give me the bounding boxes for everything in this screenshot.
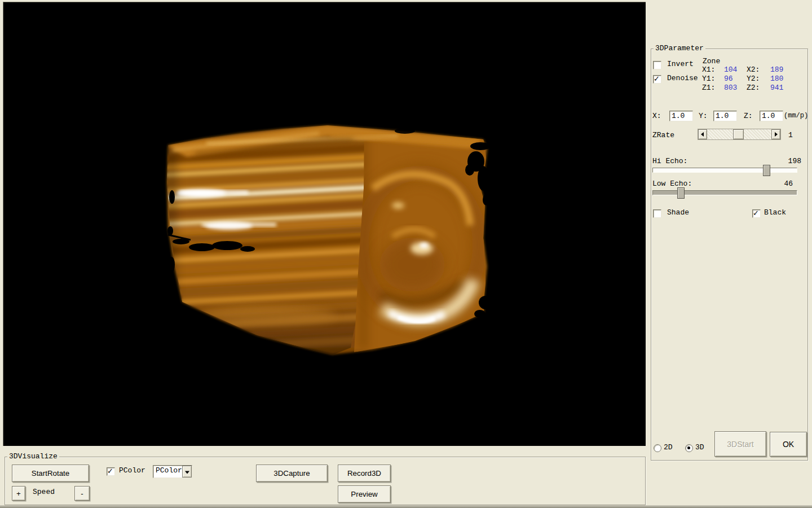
speed-label: Speed [33,488,55,496]
chevron-down-icon [185,471,189,474]
zone-x2-label: X2: [747,66,760,74]
preview-button[interactable]: Preview [338,485,391,503]
window-bottom-edge [0,505,812,508]
scale-z-label: Z: [744,112,753,120]
scale-y-label: Y: [699,112,708,120]
invert-label: Invert [667,60,694,68]
hi-echo-slider-track[interactable] [652,168,797,173]
zrate-value: 1 [788,132,793,139]
pcolor-dropdown-value: PColor [153,466,182,478]
zrate-scroll-left-button[interactable] [698,129,707,139]
left-arrow-icon [701,132,704,137]
mode-3d-radio[interactable] [685,444,693,452]
mode-3d-label: 3D [695,444,704,452]
zrate-scroll-track[interactable] [707,129,771,139]
zone-z1-value: 803 [724,84,737,92]
scale-unit-label: (mm/p) [784,112,808,120]
right-arrow-icon [775,132,778,137]
zone-label: Zone [703,58,720,65]
zone-y2-label: Y2: [747,75,760,83]
zone-x2-value: 189 [770,66,783,74]
start-rotate-button[interactable]: StartRotate [12,465,89,482]
zone-y1-label: Y1: [702,75,715,83]
zone-z2-value: 941 [770,84,783,92]
zrate-scrollbar[interactable] [698,129,781,140]
low-echo-value: 46 [757,180,793,188]
mode-2d-label: 2D [664,444,673,452]
shade-checkbox[interactable] [653,209,661,218]
scale-x-field[interactable] [669,111,693,121]
parameter-groupbox: 3DParameter Invert Denoise Zone X1: 104 … [651,49,808,461]
speed-minus-button[interactable]: - [74,486,90,501]
zone-y1-value: 96 [724,75,733,83]
denoise-checkbox[interactable] [653,75,661,84]
zone-y2-value: 180 [770,75,783,83]
ok-button[interactable]: OK [770,432,807,457]
low-echo-slider-track[interactable] [652,190,797,195]
parameter-groupbox-title: 3DParameter [654,44,705,52]
3dcapture-button[interactable]: 3DCapture [256,465,328,482]
zrate-scroll-right-button[interactable] [771,129,780,139]
volume-3d-render[interactable] [3,2,646,446]
pcolor-dropdown-button[interactable] [182,466,192,478]
hi-echo-value: 198 [764,157,801,165]
3dstart-button[interactable]: 3DStart [714,431,766,457]
zrate-scroll-thumb[interactable] [733,129,744,139]
black-checkbox[interactable] [752,209,761,218]
black-label: Black [764,209,786,217]
visualize-groupbox: 3DVisualize StartRotate + Speed - PColor… [5,457,646,505]
low-echo-slider-thumb[interactable] [677,187,685,199]
pcolor-dropdown[interactable]: PColor [153,465,192,478]
zrate-label: ZRate [652,132,674,139]
pcolor-checkbox[interactable] [107,467,115,476]
zone-z1-label: Z1: [702,84,715,92]
speed-plus-button[interactable]: + [12,486,25,501]
record3d-button[interactable]: Record3D [338,465,391,482]
render-viewport[interactable] [3,2,646,446]
app-window: { "colors": { "window_bg": "#ece9d8", "v… [0,0,812,508]
zone-x1-value: 104 [724,66,737,74]
zone-z2-label: Z2: [747,84,760,92]
visualize-groupbox-title: 3DVisualize [7,452,59,461]
low-echo-label: Low Echo: [652,180,692,188]
pcolor-label: PColor [119,467,145,475]
hi-echo-label: Hi Echo: [652,157,687,165]
scale-x-label: X: [652,112,661,120]
hi-echo-slider-thumb[interactable] [763,165,770,176]
mode-2d-radio[interactable] [654,444,661,452]
invert-checkbox[interactable] [653,61,661,69]
scale-y-field[interactable] [713,111,737,121]
zone-x1-label: X1: [702,66,715,74]
scale-z-field[interactable] [760,111,783,121]
denoise-label: Denoise [667,75,698,82]
shade-label: Shade [667,209,689,217]
